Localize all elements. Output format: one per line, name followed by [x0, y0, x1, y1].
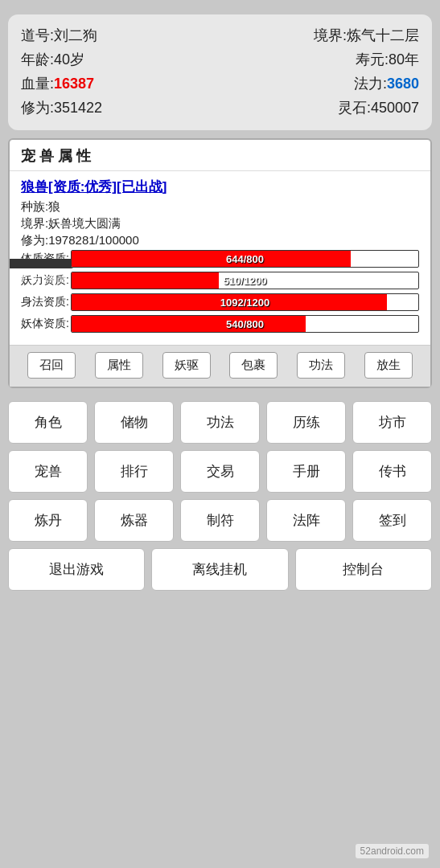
stat-bar-text-0: 644/800	[226, 253, 264, 265]
char-row-age-lifespan: 年龄:40岁 寿元:80年	[21, 50, 419, 69]
realm-label: 境界:炼气十二层	[314, 26, 419, 45]
pet-action-召回[interactable]: 召回	[27, 352, 76, 379]
menu-btn-炼丹[interactable]: 炼丹	[8, 499, 88, 542]
pet-modal-body: 狼兽[资质:优秀][已出战] 种族:狼 境界:妖兽境大圆满 修为:1978281…	[10, 171, 430, 345]
menu-btn-传书[interactable]: 传书	[352, 450, 432, 493]
stat-label-1: 妖力资质:	[21, 273, 71, 288]
menu-btn-角色[interactable]: 角色	[8, 401, 88, 444]
pet-action-妖驱[interactable]: 妖驱	[162, 352, 211, 379]
stat-bar-bg-3: 540/800	[71, 315, 419, 333]
pet-action-属性[interactable]: 属性	[95, 352, 143, 379]
menu-btn-排行[interactable]: 排行	[94, 450, 174, 493]
menu-btn-手册[interactable]: 手册	[266, 450, 346, 493]
pet-race: 种族:狼	[21, 199, 419, 215]
hp-value: 16387	[54, 76, 94, 92]
mp-value: 3680	[387, 76, 419, 92]
menu-btn-坊市[interactable]: 坊市	[352, 401, 432, 444]
pet-action-功法[interactable]: 功法	[297, 352, 345, 379]
menu-btn-法阵[interactable]: 法阵	[266, 499, 346, 542]
xiu-label: 修为:351422	[21, 98, 102, 117]
char-row-name-realm: 道号:刘二狗 境界:炼气十二层	[21, 26, 419, 45]
pet-xiu: 修为:1978281/100000	[21, 233, 419, 248]
bottom-btn-控制台[interactable]: 控制台	[295, 548, 432, 591]
menu-btn-宠兽[interactable]: 宠兽	[8, 450, 88, 493]
char-card: 道号:刘二狗 境界:炼气十二层 年龄:40岁 寿元:80年 血量:16387 法…	[8, 14, 432, 130]
stat-bar-text-3: 540/800	[226, 318, 264, 330]
stat-label-3: 妖体资质:	[21, 317, 71, 331]
pet-action-包裹[interactable]: 包裹	[229, 352, 278, 379]
stat-bar-text-1: 510/1200	[223, 275, 266, 287]
stat-bar-text-2: 1092/1200	[220, 297, 269, 309]
mp-label: 法力:3680	[354, 74, 419, 93]
menu-btn-交易[interactable]: 交易	[180, 450, 260, 493]
menu-grid: 角色储物功法历练坊市宠兽排行交易手册传书炼丹炼器制符法阵签到	[8, 401, 432, 542]
age-label: 年龄:40岁	[21, 50, 84, 69]
stat-bar-bg-1: 510/1200	[71, 272, 419, 289]
bottom-btn-离线挂机[interactable]: 离线挂机	[151, 548, 288, 591]
ling-label: 灵石:450007	[338, 98, 419, 117]
menu-btn-储物[interactable]: 储物	[94, 401, 174, 444]
menu-btn-制符[interactable]: 制符	[180, 499, 260, 542]
menu-btn-签到[interactable]: 签到	[352, 499, 432, 542]
menu-btn-历练[interactable]: 历练	[266, 401, 346, 444]
stat-bar-fill-3	[72, 316, 306, 332]
stat-row: 身法资质: 1092/1200	[21, 293, 419, 311]
pet-realm: 境界:妖兽境大圆满	[21, 216, 419, 231]
lifespan-label: 寿元:80年	[356, 50, 419, 69]
pet-action-放生[interactable]: 放生	[364, 352, 413, 379]
pet-modal: 选择宠兽 宠 兽 属 性 狼兽[资质:优秀][已出战] 种族:狼 境界:妖兽境大…	[8, 138, 432, 388]
dao-label: 道号:刘二狗	[21, 26, 97, 45]
stat-row: 体质资质: 644/800	[21, 250, 419, 268]
side-label: 选择宠兽	[10, 259, 74, 268]
bottom-row: 退出游戏离线挂机控制台	[8, 548, 432, 591]
pet-actions: 召回属性妖驱包裹功法放生	[10, 345, 430, 387]
char-row-hp-mp: 血量:16387 法力:3680	[21, 74, 419, 93]
stat-bar-bg-0: 644/800	[71, 250, 419, 268]
menu-btn-功法[interactable]: 功法	[180, 401, 260, 444]
stat-row: 妖体资质: 540/800	[21, 315, 419, 333]
stat-bar-fill-1	[72, 272, 219, 289]
stat-bar-bg-2: 1092/1200	[71, 293, 419, 311]
pet-name: 狼兽[资质:优秀][已出战]	[21, 178, 419, 196]
stat-row: 妖力资质: 510/1200	[21, 272, 419, 289]
pet-modal-title: 宠 兽 属 性	[10, 140, 430, 171]
bottom-btn-退出游戏[interactable]: 退出游戏	[8, 548, 145, 591]
stat-label-2: 身法资质:	[21, 295, 71, 309]
watermark: 52android.com	[356, 844, 429, 858]
char-row-xiu-ling: 修为:351422 灵石:450007	[21, 98, 419, 117]
hp-label: 血量:16387	[21, 74, 94, 93]
stat-bar-fill-0	[72, 251, 351, 267]
stat-bars: 体质资质: 644/800 妖力资质: 510/1200 身法资质: 1092/…	[21, 250, 419, 333]
main-menu: 角色储物功法历练坊市宠兽排行交易手册传书炼丹炼器制符法阵签到 退出游戏离线挂机控…	[0, 401, 440, 591]
menu-btn-炼器[interactable]: 炼器	[94, 499, 174, 542]
